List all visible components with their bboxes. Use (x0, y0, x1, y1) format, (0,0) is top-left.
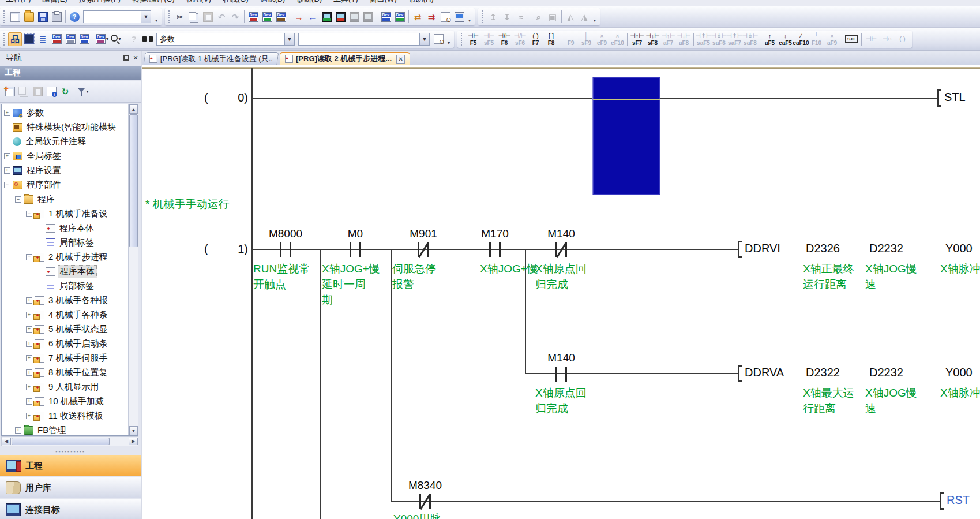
ladder-key-STL[interactable]: STL (844, 30, 859, 48)
menu-item[interactable]: 转换/编译(C) (132, 0, 175, 5)
verify-with-plc-button[interactable]: ⇄ (411, 10, 425, 24)
device-note-display-button[interactable] (77, 32, 91, 46)
ladder-key-sF8[interactable]: ⊣↓⊢sF8 (645, 30, 660, 48)
ladder-key-F6[interactable]: ⊣/⊢F6 (497, 30, 512, 48)
ladder-key-sF7[interactable]: ⊣↑⊢sF7 (629, 30, 645, 48)
expand-icon[interactable]: + (4, 153, 10, 159)
ladder-key-F5[interactable]: ⊣⊢F5 (465, 30, 481, 48)
tab-active[interactable]: [PRG]读取 2 机械手步进程...✕ (280, 52, 410, 65)
tree-item-程序本体[interactable]: 程序本体 (37, 264, 97, 279)
tab-inactive[interactable]: [PRG]读取 1 机械手准备设置 (只.. (143, 52, 279, 65)
ladder-key-F8[interactable]: [ ]F8 (543, 30, 559, 48)
print-preview-button[interactable] (431, 32, 445, 46)
expand-icon[interactable]: + (26, 413, 32, 419)
menu-item[interactable]: 工具(T) (333, 0, 358, 5)
tree-item-9-人机显示用[interactable]: +9 人机显示用 (26, 380, 101, 394)
tree-item-1-机械手准备设[interactable]: −1 机械手准备设 (26, 207, 110, 221)
device-batch-monitor-button[interactable] (379, 10, 393, 24)
monitor-start-button[interactable] (320, 10, 333, 24)
save-project-button[interactable] (36, 10, 50, 24)
chevron-down-icon[interactable]: ▾ (86, 89, 88, 94)
tree-horizontal-scrollbar[interactable]: ◀ ▶ (1, 436, 138, 446)
expand-icon[interactable]: + (26, 341, 32, 347)
copy-button[interactable] (187, 10, 201, 24)
menu-item[interactable]: 视图(V) (186, 0, 211, 5)
scroll-thumb[interactable] (129, 114, 138, 247)
scroll-right-icon[interactable]: ▶ (129, 438, 138, 445)
expand-icon[interactable]: + (26, 355, 32, 361)
toolbar-overflow-icon[interactable]: ▾ (466, 9, 473, 24)
tree-item-10-机械手加减[interactable]: +10 机械手加减 (26, 394, 106, 409)
scroll-left-icon[interactable]: ◀ (2, 438, 11, 445)
menu-item[interactable]: 窗口(W) (370, 0, 397, 5)
expand-icon[interactable]: + (26, 297, 32, 304)
device-statement-display-button[interactable] (63, 32, 77, 46)
tree-item-全局软元件注释[interactable]: 全局软元件注释 (4, 135, 88, 149)
tree-item-程序本体[interactable]: 程序本体 (37, 221, 96, 236)
expand-icon[interactable]: + (26, 398, 32, 405)
tree-item-FB管理[interactable]: +FB管理 (15, 423, 67, 436)
monitor-window-button[interactable] (452, 10, 466, 24)
toolbar-drag-handle[interactable] (482, 10, 485, 23)
toolbar-drag-handle[interactable] (3, 33, 6, 46)
tree-item-11-收送料模板[interactable]: +11 收送料模板 (26, 409, 105, 423)
find-button[interactable] (141, 32, 155, 46)
toolbar-overflow-icon[interactable]: ▾ (591, 9, 598, 24)
scroll-up-icon[interactable]: ▲ (129, 104, 138, 114)
cut-button[interactable]: ✂ (173, 10, 187, 24)
read-from-plc-button[interactable]: ← (306, 10, 320, 24)
find-target-combo[interactable]: 参数▼ (156, 33, 295, 46)
collapse-icon[interactable]: − (26, 254, 32, 260)
menu-item[interactable]: 搜索/替换(F) (79, 0, 121, 5)
display-content-button[interactable]: ▾ (95, 32, 109, 46)
menu-item[interactable]: 在线(O) (223, 0, 249, 5)
tab-close-icon[interactable]: ✕ (396, 55, 405, 64)
selection-cursor[interactable] (592, 77, 660, 195)
tree-item-7-机械手伺服手[interactable]: +7 机械手伺服手 (26, 351, 110, 365)
toolbar-overflow-icon[interactable]: ▾ (153, 9, 160, 24)
menu-item[interactable]: 工程(P) (6, 0, 31, 5)
device-comment-display-button[interactable] (50, 32, 63, 46)
window-select-combo[interactable]: ▼ (83, 10, 151, 23)
open-project-button[interactable] (22, 10, 36, 24)
chevron-down-icon[interactable]: ▼ (141, 11, 151, 23)
expand-icon[interactable]: + (26, 312, 32, 318)
expand-icon[interactable]: + (26, 369, 32, 376)
menu-item[interactable]: 帮助(H) (408, 0, 434, 5)
nav-button-连接目标[interactable]: 连接目标 (0, 499, 141, 519)
pin-icon[interactable] (120, 53, 130, 62)
toolbar-drag-handle[interactable] (168, 10, 171, 23)
expand-icon[interactable]: + (26, 326, 32, 333)
tree-item-程序部件[interactable]: −程序部件 (4, 178, 63, 192)
ladder-key-caF10[interactable]: ∕caF10 (793, 30, 809, 48)
tree-item-6-机械手启动条[interactable]: +6 机械手启动条 (26, 337, 110, 351)
expand-icon[interactable]: + (26, 384, 32, 390)
new-item-button[interactable]: ✚ (3, 85, 17, 99)
menu-item[interactable]: 编辑(E) (42, 0, 67, 5)
expand-icon[interactable]: + (4, 167, 10, 174)
close-icon[interactable]: ✕ (130, 53, 141, 62)
tree-item-特殊模块(智能功能模块[interactable]: 特殊模块(智能功能模块 (4, 120, 118, 135)
device-memory-button[interactable] (246, 10, 260, 24)
navigation-window-toggle-button[interactable]: 品 (8, 32, 22, 46)
ladder-key-aF5[interactable]: ↑aF5 (762, 30, 778, 48)
tree-item-3-机械手各种报[interactable]: +3 机械手各种报 (26, 293, 110, 308)
tree-item-程序[interactable]: −程序 (15, 192, 57, 207)
scroll-down-icon[interactable]: ▼ (129, 426, 138, 435)
toolbar-overflow-icon[interactable]: ▾ (445, 32, 452, 47)
device-find-button[interactable]: ▾ (109, 32, 123, 46)
chevron-down-icon[interactable]: ▼ (419, 33, 429, 45)
refresh-button[interactable]: ↻ (58, 85, 72, 99)
tree-item-4-机械手各种条[interactable]: +4 机械手各种条 (26, 308, 110, 322)
write-to-plc-button[interactable]: → (292, 10, 306, 24)
collapse-icon[interactable]: − (26, 211, 32, 217)
toolbar-drag-handle[interactable] (461, 33, 464, 46)
toolbar-drag-handle[interactable] (3, 10, 6, 23)
menu-item[interactable]: 调试(B) (260, 0, 285, 5)
device-read-button[interactable] (260, 10, 274, 24)
tree-item-5-机械手状态显[interactable]: +5 机械手状态显 (26, 322, 110, 337)
chevron-down-icon[interactable]: ▼ (284, 33, 294, 45)
expand-icon[interactable]: + (15, 427, 21, 434)
ladder-key-caF5[interactable]: ↓caF5 (778, 30, 793, 48)
tree-item-局部标签[interactable]: 局部标签 (37, 279, 96, 293)
